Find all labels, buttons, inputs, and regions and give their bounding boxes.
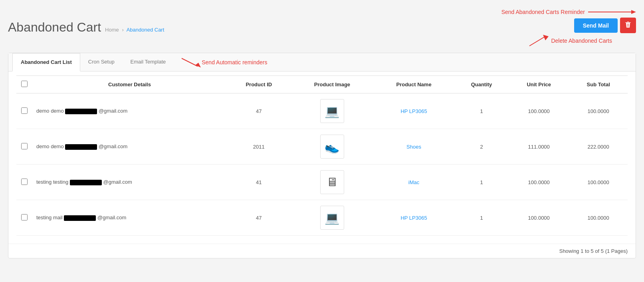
row-checkbox-2[interactable] xyxy=(21,179,28,185)
product-link-0[interactable]: HP LP3065 xyxy=(400,108,427,114)
row-checkbox-3[interactable] xyxy=(21,214,28,220)
row-product-image-3: 💻 xyxy=(291,200,374,236)
send-reminder-label: Send Abandoned Carts Reminder xyxy=(501,9,585,15)
tabs-bar: Abandoned Cart List Cron Setup Email Tem… xyxy=(8,53,636,71)
customer-name-2: testing testing xyxy=(36,179,70,185)
row-quantity-2: 1 xyxy=(454,165,509,200)
row-product-image-0: 💻 xyxy=(291,93,374,129)
svg-line-2 xyxy=(529,36,545,46)
email-blur-0 xyxy=(65,109,97,114)
row-sub-total-3: 100.0000 xyxy=(569,200,628,236)
table-wrapper: Customer Details Product ID Product Imag… xyxy=(8,71,636,244)
col-header-product-name: Product Name xyxy=(373,76,454,93)
row-checkbox-cell xyxy=(16,200,32,236)
col-header-sub-total: Sub Total xyxy=(569,76,628,93)
email-blur-3 xyxy=(64,215,96,221)
arrow-delete-icon xyxy=(525,35,549,47)
row-checkbox-1[interactable] xyxy=(21,143,28,149)
buttons-row: Send Mail xyxy=(574,18,636,33)
row-unit-price-2: 100.0000 xyxy=(509,165,569,200)
tab-email-template[interactable]: Email Template xyxy=(123,53,174,71)
svg-marker-1 xyxy=(631,10,636,14)
main-card: Abandoned Cart List Cron Setup Email Tem… xyxy=(8,53,636,258)
auto-reminder-label: Send Automatic reminders xyxy=(202,59,267,66)
product-image-box-0: 💻 xyxy=(320,99,344,123)
row-sub-total-0: 100.0000 xyxy=(569,93,628,129)
product-image-box-2: 🖥 xyxy=(320,170,344,194)
svg-marker-5 xyxy=(195,63,201,68)
row-checkbox-cell xyxy=(16,93,32,129)
product-image-box-1: 👟 xyxy=(320,135,344,159)
page-wrapper: Abandoned Cart Home › Abandoned Cart Sen… xyxy=(0,0,644,282)
arrow-right-icon xyxy=(588,8,636,16)
header-right-section: Send Abandoned Carts Reminder Send Mail xyxy=(501,8,636,47)
breadcrumb: Home › Abandoned Cart xyxy=(105,27,164,33)
product-link-1[interactable]: Shoes xyxy=(406,144,421,150)
customer-name-1: demo demo xyxy=(36,143,65,149)
col-header-quantity: Quantity xyxy=(454,76,509,93)
table-row: demo demo @gmail.com 47 💻 HP LP3065 1 10… xyxy=(16,93,628,129)
trash-icon xyxy=(625,22,631,28)
col-header-checkbox xyxy=(16,76,32,93)
email-suffix-1: @gmail.com xyxy=(99,143,127,149)
row-product-image-2: 🖥 xyxy=(291,165,374,200)
row-sub-total-1: 222.0000 xyxy=(569,129,628,165)
delete-button[interactable] xyxy=(620,18,636,33)
row-customer-2: testing testing @gmail.com xyxy=(32,165,227,200)
customer-name-3: testing mail xyxy=(36,214,64,220)
delete-annotation-row: Delete Abandoned Carts xyxy=(525,35,636,47)
page-header: Abandoned Cart Home › Abandoned Cart Sen… xyxy=(8,4,636,53)
table-header-row: Customer Details Product ID Product Imag… xyxy=(16,76,628,93)
email-suffix-2: @gmail.com xyxy=(103,179,132,185)
tab-abandoned-cart-list[interactable]: Abandoned Cart List xyxy=(12,53,80,71)
product-icon-3: 💻 xyxy=(325,211,339,225)
row-product-image-1: 👟 xyxy=(291,129,374,165)
row-unit-price-0: 100.0000 xyxy=(509,93,569,129)
pagination-info: Showing 1 to 5 of 5 (1 Pages) xyxy=(8,244,636,258)
arrow-cron-icon xyxy=(178,56,202,68)
product-icon-2: 🖥 xyxy=(326,175,338,189)
row-customer-3: testing mail @gmail.com xyxy=(32,200,227,236)
select-all-checkbox[interactable] xyxy=(21,81,28,87)
row-checkbox-cell xyxy=(16,165,32,200)
row-product-id-0: 47 xyxy=(227,93,291,129)
col-header-product-image: Product Image xyxy=(291,76,374,93)
col-header-customer: Customer Details xyxy=(32,76,227,93)
row-customer-0: demo demo @gmail.com xyxy=(32,93,227,129)
email-suffix-3: @gmail.com xyxy=(97,214,126,220)
row-quantity-1: 2 xyxy=(454,129,509,165)
row-product-id-2: 41 xyxy=(227,165,291,200)
row-checkbox-cell xyxy=(16,129,32,165)
header-left: Abandoned Cart Home › Abandoned Cart xyxy=(8,20,164,35)
row-product-name-1: Shoes xyxy=(373,129,454,165)
table-row: testing testing @gmail.com 41 🖥 iMac 1 1… xyxy=(16,165,628,200)
send-mail-button[interactable]: Send Mail xyxy=(574,18,618,33)
row-checkbox-0[interactable] xyxy=(21,107,28,114)
row-unit-price-3: 100.0000 xyxy=(509,200,569,236)
product-icon-1: 👟 xyxy=(325,140,339,154)
table-row: testing mail @gmail.com 47 💻 HP LP3065 1… xyxy=(16,200,628,236)
reminder-row: Send Abandoned Carts Reminder xyxy=(501,8,636,16)
row-product-name-3: HP LP3065 xyxy=(373,200,454,236)
row-customer-1: demo demo @gmail.com xyxy=(32,129,227,165)
row-product-name-2: iMac xyxy=(373,165,454,200)
row-product-id-1: 2011 xyxy=(227,129,291,165)
breadcrumb-home[interactable]: Home xyxy=(105,27,119,33)
abandoned-cart-table: Customer Details Product ID Product Imag… xyxy=(16,75,628,236)
customer-name-0: demo demo xyxy=(36,108,65,114)
product-image-box-3: 💻 xyxy=(320,206,344,230)
table-row: demo demo @gmail.com 2011 👟 Shoes 2 111.… xyxy=(16,129,628,165)
row-product-id-3: 47 xyxy=(227,200,291,236)
product-icon-0: 💻 xyxy=(325,104,339,118)
email-blur-1 xyxy=(65,144,97,150)
col-header-product-id: Product ID xyxy=(227,76,291,93)
product-link-2[interactable]: iMac xyxy=(408,179,419,185)
row-sub-total-2: 100.0000 xyxy=(569,165,628,200)
svg-line-4 xyxy=(182,58,198,66)
product-link-3[interactable]: HP LP3065 xyxy=(400,215,427,221)
row-unit-price-1: 111.0000 xyxy=(509,129,569,165)
breadcrumb-current[interactable]: Abandoned Cart xyxy=(127,27,164,33)
delete-label: Delete Abandoned Carts xyxy=(551,38,612,44)
row-quantity-3: 1 xyxy=(454,200,509,236)
tab-cron-setup[interactable]: Cron Setup xyxy=(80,53,123,71)
